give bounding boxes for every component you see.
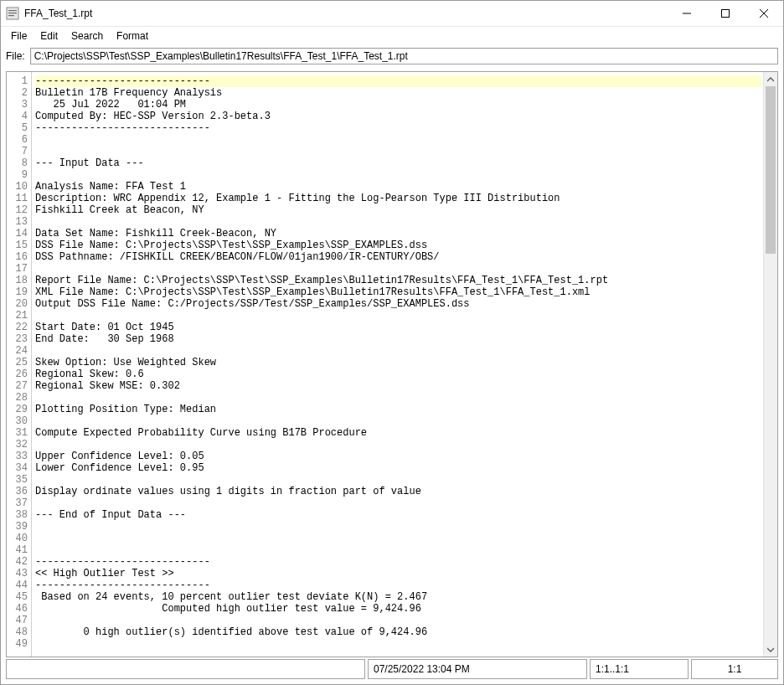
app-icon bbox=[6, 7, 19, 20]
statusbar: 07/25/2022 13:04 PM 1:1..1:1 1:1 bbox=[6, 659, 778, 679]
titlebar: FFA_Test_1.rpt bbox=[1, 1, 783, 27]
maximize-button[interactable] bbox=[706, 1, 745, 26]
menu-search[interactable]: Search bbox=[64, 28, 110, 44]
menubar: File Edit Search Format bbox=[1, 27, 783, 45]
svg-rect-5 bbox=[722, 10, 730, 18]
scroll-thumb[interactable] bbox=[766, 86, 776, 254]
vertical-scrollbar[interactable] bbox=[763, 72, 777, 657]
status-message bbox=[6, 659, 365, 679]
status-datetime: 07/25/2022 13:04 PM bbox=[368, 659, 587, 679]
file-path-row: File: bbox=[1, 45, 783, 68]
file-path-label: File: bbox=[6, 50, 25, 62]
close-button[interactable] bbox=[745, 1, 783, 26]
editor: 1234567891011121314151617181920212223242… bbox=[6, 71, 778, 657]
scroll-up-arrow[interactable] bbox=[764, 72, 777, 86]
line-number-gutter: 1234567891011121314151617181920212223242… bbox=[7, 72, 32, 657]
menu-file[interactable]: File bbox=[4, 28, 34, 44]
scroll-down-arrow[interactable] bbox=[764, 642, 777, 657]
menu-edit[interactable]: Edit bbox=[34, 28, 64, 44]
file-path-input[interactable] bbox=[30, 48, 778, 64]
svg-rect-1 bbox=[8, 10, 17, 11]
minimize-button[interactable] bbox=[668, 1, 706, 26]
status-position: 1:1 bbox=[691, 659, 778, 679]
menu-format[interactable]: Format bbox=[110, 28, 155, 44]
svg-rect-3 bbox=[8, 15, 14, 16]
window-root: FFA_Test_1.rpt File Edit Search Format F… bbox=[0, 0, 784, 685]
svg-rect-2 bbox=[8, 13, 17, 13]
text-content[interactable]: -----------------------------Bulletin 17… bbox=[32, 72, 763, 657]
window-title: FFA_Test_1.rpt bbox=[24, 8, 92, 19]
status-selection: 1:1..1:1 bbox=[590, 659, 689, 679]
